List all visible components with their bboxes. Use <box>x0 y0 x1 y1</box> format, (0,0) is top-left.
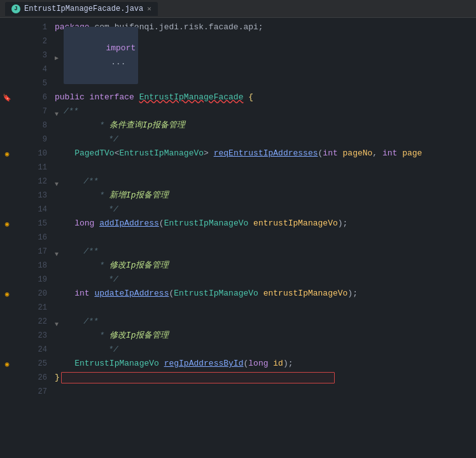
comment-text-13: 新增Ip报备管理 <box>109 189 169 203</box>
line-num-19: 19 <box>14 273 47 287</box>
title-bar: J EntrustIpManageFacade.java ✕ <box>0 0 476 18</box>
param-name-20: entrustIpManageVo <box>263 287 348 301</box>
method-name-15: addIpAddress <box>99 217 159 231</box>
code-line-5 <box>52 76 476 90</box>
paren-open-15: ( <box>159 217 164 231</box>
type-int-20: int <box>74 287 94 301</box>
indent-15 <box>55 217 74 231</box>
keyword-import: import <box>106 43 136 53</box>
sidebar-gutter: 🔖 ◉ ◉ ◉ ◉ <box>0 18 14 458</box>
param-name-15: entrustIpManageVo <box>253 217 338 231</box>
line-num-6: 6 <box>14 90 47 104</box>
method-bookmark-10: ◉ <box>0 147 14 161</box>
paren-open-25: ( <box>243 357 248 371</box>
editor-tab[interactable]: J EntrustIpManageFacade.java ✕ <box>5 2 158 16</box>
indent-10 <box>55 147 74 161</box>
code-line-25: EntrustIpManageVo regIpAddressById ( lon… <box>52 357 476 371</box>
keyword-interface: interface <box>90 90 139 104</box>
code-line-8: * 条件查询Ip报备管理 <box>52 118 476 132</box>
line-num-26: 26 <box>14 371 47 385</box>
comment-text-8: 条件查询Ip报备管理 <box>109 118 186 132</box>
line-num-17: 17 <box>14 245 47 259</box>
comment-star-8: * <box>99 118 109 132</box>
editor-area: 🔖 ◉ ◉ ◉ ◉ 1 2 3 4 5 6 7 8 9 10 11 12 13 … <box>0 18 476 458</box>
comment-open-12: /** <box>83 175 98 189</box>
highlighted-region <box>61 372 335 383</box>
comment-open-17: /** <box>83 245 98 259</box>
fold-icon-7[interactable]: ▼ <box>55 108 62 115</box>
opening-brace: { <box>248 90 253 104</box>
comment-indent-23 <box>55 329 99 343</box>
code-line-4 <box>52 62 476 76</box>
fold-icon-3[interactable]: ▶ <box>55 52 62 59</box>
comment-close-24: */ <box>108 343 118 357</box>
code-line-13: * 新增Ip报备管理 <box>52 189 476 203</box>
line-num-5: 5 <box>14 76 47 90</box>
closing-brace: } <box>55 371 60 385</box>
type-param-20: EntrustIpManageVo <box>174 287 263 301</box>
comment-text-18: 修改Ip报备管理 <box>109 259 169 273</box>
paren-close-20: ); <box>347 287 358 301</box>
indent-22 <box>64 315 83 329</box>
line-num-13: 13 <box>14 189 47 203</box>
paren-close-15: ); <box>338 217 348 231</box>
comment-star-23: * <box>99 329 109 343</box>
line-num-24: 24 <box>14 343 47 357</box>
code-line-19: ▶ */ <box>52 273 476 287</box>
param-pagesize: page <box>402 147 422 161</box>
fold-icon-17[interactable]: ▼ <box>55 248 62 255</box>
code-line-15: long addIpAddress ( EntrustIpManageVo en… <box>52 217 476 231</box>
comment-open-22: /** <box>83 315 98 329</box>
generic-close: > <box>204 147 214 161</box>
line-num-18: 18 <box>14 259 47 273</box>
comment-indent-14 <box>64 203 108 217</box>
tab-label: EntrustIpManageFacade.java <box>24 4 143 13</box>
line-num-25: 25 <box>14 357 47 371</box>
method-name-20: updateIpAddress <box>94 287 169 301</box>
interface-bookmark-icon: 🔖 <box>0 90 14 104</box>
line-num-2: 2 <box>14 34 47 48</box>
keyword-public: public <box>55 90 90 104</box>
opening-brace-space <box>243 90 248 104</box>
comment-open-7: /** <box>64 104 78 118</box>
param-pageno: pageNo <box>343 147 373 161</box>
comment-indent-18 <box>55 259 99 273</box>
code-line-3: ▶ import ... <box>52 48 476 62</box>
paren-close-25: ); <box>283 357 293 371</box>
param-id: id <box>273 357 283 371</box>
code-line-16 <box>52 231 476 245</box>
line-num-23: 23 <box>14 329 47 343</box>
comment-close-19: */ <box>108 273 118 287</box>
line-num-22: 22 <box>14 315 47 329</box>
fold-icon-22[interactable]: ▼ <box>55 318 62 326</box>
java-file-icon: J <box>11 4 20 13</box>
comment-indent-13 <box>55 189 99 203</box>
type-int-10a: int <box>323 147 342 161</box>
line-num-4: 4 <box>14 62 47 76</box>
code-line-21 <box>52 301 476 315</box>
comment-text-23: 修改Ip报备管理 <box>109 329 169 343</box>
line-num-27: 27 <box>14 385 47 399</box>
type-entrustipmanagevo: EntrustIpManageVo <box>119 147 204 161</box>
line-num-11: 11 <box>14 161 47 175</box>
indent-25 <box>55 357 74 371</box>
line-num-8: 8 <box>14 118 47 132</box>
comment-indent-9 <box>64 132 108 147</box>
method-name-25: regIpAddressById <box>164 357 244 371</box>
code-line-6: public interface EntrustIpManageFacade { <box>52 90 476 104</box>
comment-indent-24 <box>64 343 108 357</box>
comment-close-14: */ <box>108 203 118 217</box>
fold-icon-12[interactable]: ▼ <box>55 178 62 185</box>
type-long-15: long <box>74 217 99 231</box>
line-num-21: 21 <box>14 301 47 315</box>
paren-open-10: ( <box>318 147 323 161</box>
method-bookmark-25: ◉ <box>0 357 14 371</box>
line-num-3: 3 <box>14 48 47 62</box>
indent-20 <box>55 287 74 301</box>
code-line-22: ▼ /** <box>52 315 476 329</box>
line-num-7: 7 <box>14 104 47 118</box>
code-content[interactable]: package com.huifenqi.jedi.risk.facade.ap… <box>52 18 476 458</box>
tab-close-button[interactable]: ✕ <box>147 4 151 13</box>
comment-indent-8 <box>55 118 99 132</box>
indent-12 <box>64 175 83 189</box>
